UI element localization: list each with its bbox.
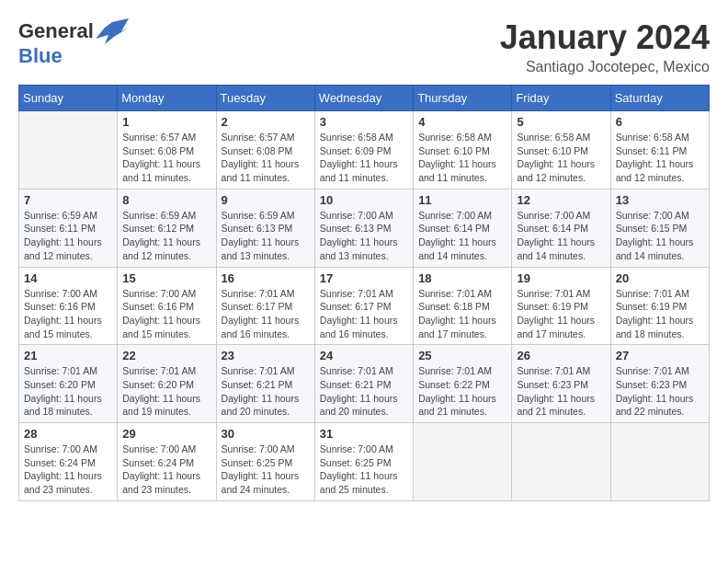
day-number: 26 [517,349,605,362]
day-number: 29 [122,427,210,441]
day-number: 1 [122,115,210,129]
calendar-cell: 22Sunrise: 7:01 AMSunset: 6:20 PMDayligh… [118,345,216,423]
calendar-cell: 26Sunrise: 7:01 AMSunset: 6:23 PMDayligh… [512,345,610,423]
calendar-cell [19,111,118,190]
day-info: Sunrise: 7:01 AMSunset: 6:19 PMDaylight:… [517,287,605,341]
calendar-cell: 9Sunrise: 6:59 AMSunset: 6:13 PMDaylight… [216,189,314,267]
calendar-cell: 10Sunrise: 7:00 AMSunset: 6:13 PMDayligh… [314,189,413,267]
day-info: Sunrise: 7:00 AMSunset: 6:14 PMDaylight:… [418,209,506,263]
day-number: 8 [122,193,210,207]
day-info: Sunrise: 7:01 AMSunset: 6:22 PMDaylight:… [418,364,506,419]
calendar-week-row: 21Sunrise: 7:01 AMSunset: 6:20 PMDayligh… [19,345,710,423]
day-number: 6 [616,115,704,129]
day-number: 16 [222,271,310,285]
day-number: 17 [320,271,408,285]
weekday-header-wednesday: Wednesday [314,86,413,111]
logo-blue-text: Blue [18,44,63,67]
calendar-cell: 11Sunrise: 7:00 AMSunset: 6:14 PMDayligh… [414,189,512,267]
day-info: Sunrise: 7:01 AMSunset: 6:20 PMDaylight:… [24,364,112,419]
calendar-cell: 29Sunrise: 7:00 AMSunset: 6:24 PMDayligh… [118,423,216,501]
day-number: 22 [122,349,210,362]
day-number: 4 [418,115,506,129]
page-header: General Blue January 2024 Santiago Jocot… [18,18,710,75]
day-info: Sunrise: 6:59 AMSunset: 6:13 PMDaylight:… [222,209,310,263]
day-info: Sunrise: 7:00 AMSunset: 6:25 PMDaylight:… [320,442,408,497]
day-number: 23 [222,349,310,362]
calendar-cell: 3Sunrise: 6:58 AMSunset: 6:09 PMDaylight… [314,111,413,190]
day-number: 10 [320,193,408,207]
logo: General Blue [18,18,129,68]
day-info: Sunrise: 7:00 AMSunset: 6:24 PMDaylight:… [122,442,210,497]
weekday-header-saturday: Saturday [610,86,709,111]
calendar-cell: 25Sunrise: 7:01 AMSunset: 6:22 PMDayligh… [414,345,512,423]
weekday-header-thursday: Thursday [414,86,512,111]
day-number: 13 [616,193,704,207]
day-info: Sunrise: 7:00 AMSunset: 6:15 PMDaylight:… [616,209,704,263]
calendar-body: 1Sunrise: 6:57 AMSunset: 6:08 PMDaylight… [19,111,710,501]
calendar-cell: 17Sunrise: 7:01 AMSunset: 6:17 PMDayligh… [314,267,413,345]
day-info: Sunrise: 7:01 AMSunset: 6:20 PMDaylight:… [122,364,210,419]
weekday-header-friday: Friday [512,86,610,111]
day-info: Sunrise: 6:58 AMSunset: 6:10 PMDaylight:… [418,131,506,185]
day-info: Sunrise: 6:58 AMSunset: 6:09 PMDaylight:… [320,131,408,185]
day-info: Sunrise: 7:00 AMSunset: 6:13 PMDaylight:… [320,209,408,263]
day-number: 18 [418,271,506,285]
weekday-header-row: SundayMondayTuesdayWednesdayThursdayFrid… [19,86,710,111]
day-info: Sunrise: 7:00 AMSunset: 6:16 PMDaylight:… [122,287,210,341]
calendar-cell: 14Sunrise: 7:00 AMSunset: 6:16 PMDayligh… [19,267,118,345]
day-number: 30 [222,427,310,441]
svg-marker-0 [96,18,129,44]
day-info: Sunrise: 6:59 AMSunset: 6:11 PMDaylight:… [24,209,112,263]
calendar-cell: 5Sunrise: 6:58 AMSunset: 6:10 PMDaylight… [512,111,610,190]
calendar-header: SundayMondayTuesdayWednesdayThursdayFrid… [19,86,710,111]
day-info: Sunrise: 6:58 AMSunset: 6:11 PMDaylight:… [616,131,704,185]
day-info: Sunrise: 7:00 AMSunset: 6:25 PMDaylight:… [222,442,310,497]
day-info: Sunrise: 7:00 AMSunset: 6:14 PMDaylight:… [517,209,605,263]
day-info: Sunrise: 7:01 AMSunset: 6:23 PMDaylight:… [616,364,704,419]
day-number: 9 [222,193,310,207]
calendar-cell: 19Sunrise: 7:01 AMSunset: 6:19 PMDayligh… [512,267,610,345]
title-block: January 2024 Santiago Jocotepec, Mexico [500,18,710,75]
location-subtitle: Santiago Jocotepec, Mexico [500,59,710,75]
calendar-cell: 16Sunrise: 7:01 AMSunset: 6:17 PMDayligh… [216,267,314,345]
month-year-title: January 2024 [500,18,710,57]
calendar-cell: 31Sunrise: 7:00 AMSunset: 6:25 PMDayligh… [314,423,413,501]
day-number: 11 [418,193,506,207]
day-number: 12 [517,193,605,207]
calendar-week-row: 28Sunrise: 7:00 AMSunset: 6:24 PMDayligh… [19,423,710,501]
day-number: 19 [517,271,605,285]
day-number: 7 [24,193,112,207]
day-number: 25 [418,349,506,362]
calendar-table: SundayMondayTuesdayWednesdayThursdayFrid… [18,85,710,501]
calendar-cell: 12Sunrise: 7:00 AMSunset: 6:14 PMDayligh… [512,189,610,267]
calendar-cell [512,423,610,501]
logo-general-text: General [18,19,94,43]
day-info: Sunrise: 7:01 AMSunset: 6:23 PMDaylight:… [517,364,605,419]
day-number: 2 [222,115,310,129]
day-info: Sunrise: 6:58 AMSunset: 6:10 PMDaylight:… [517,131,605,185]
day-number: 21 [24,349,112,362]
day-number: 28 [24,427,112,441]
day-number: 27 [616,349,704,362]
calendar-cell [610,423,709,501]
weekday-header-monday: Monday [118,86,216,111]
calendar-cell: 21Sunrise: 7:01 AMSunset: 6:20 PMDayligh… [19,345,118,423]
day-number: 5 [517,115,605,129]
calendar-cell: 2Sunrise: 6:57 AMSunset: 6:08 PMDaylight… [216,111,314,190]
day-info: Sunrise: 7:01 AMSunset: 6:17 PMDaylight:… [222,287,310,341]
day-info: Sunrise: 7:01 AMSunset: 6:21 PMDaylight:… [222,364,310,419]
weekday-header-sunday: Sunday [19,86,118,111]
calendar-cell: 1Sunrise: 6:57 AMSunset: 6:08 PMDaylight… [118,111,216,190]
day-info: Sunrise: 6:57 AMSunset: 6:08 PMDaylight:… [222,131,310,185]
calendar-cell: 13Sunrise: 7:00 AMSunset: 6:15 PMDayligh… [610,189,709,267]
calendar-cell: 24Sunrise: 7:01 AMSunset: 6:21 PMDayligh… [314,345,413,423]
day-number: 3 [320,115,408,129]
day-number: 14 [24,271,112,285]
day-info: Sunrise: 7:01 AMSunset: 6:17 PMDaylight:… [320,287,408,341]
calendar-cell: 27Sunrise: 7:01 AMSunset: 6:23 PMDayligh… [610,345,709,423]
day-info: Sunrise: 7:00 AMSunset: 6:16 PMDaylight:… [24,287,112,341]
day-number: 20 [616,271,704,285]
day-number: 31 [320,427,408,441]
day-info: Sunrise: 7:00 AMSunset: 6:24 PMDaylight:… [24,442,112,497]
day-info: Sunrise: 7:01 AMSunset: 6:19 PMDaylight:… [616,287,704,341]
